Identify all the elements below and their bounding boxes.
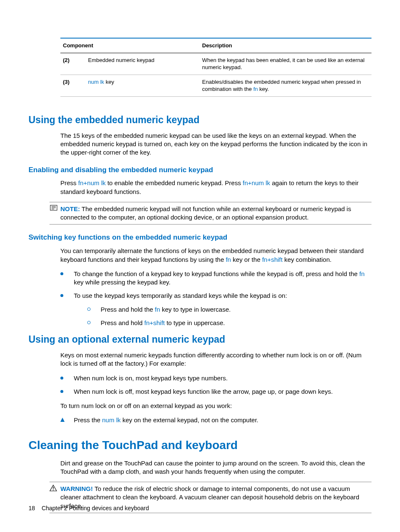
paragraph: The 15 keys of the embedded numeric keyp… bbox=[60, 132, 371, 157]
heading-cleaning: Cleaning the TouchPad and keyboard bbox=[29, 437, 371, 453]
document-page: Component Description (2) Embedded numer… bbox=[0, 0, 400, 532]
row-description: Enables/disables the embedded numeric ke… bbox=[200, 75, 371, 96]
key-fn-shift: fn+shift bbox=[144, 319, 165, 326]
paragraph: You can temporarily alternate the functi… bbox=[60, 247, 371, 264]
row-index: (3) bbox=[60, 75, 86, 96]
paragraph: Press fn+num lk to enable the embedded n… bbox=[60, 179, 371, 196]
note-label: NOTE: bbox=[60, 205, 80, 212]
heading-switching-functions: Switching key functions on the embedded … bbox=[29, 233, 371, 243]
paragraph: Keys on most external numeric keypads fu… bbox=[60, 351, 371, 368]
key-fn-shift: fn+shift bbox=[262, 256, 283, 263]
chapter-title: Chapter 2 Pointing devices and keyboard bbox=[42, 505, 149, 511]
table-row: (2) Embedded numeric keypad When the key… bbox=[60, 53, 371, 75]
note-text: The embedded numeric keypad will not fun… bbox=[60, 205, 351, 221]
key-fn: fn bbox=[359, 270, 365, 277]
th-component: Component bbox=[60, 38, 200, 53]
key-fn: fn bbox=[226, 256, 231, 263]
th-description: Description bbox=[200, 38, 371, 53]
svg-point-6 bbox=[53, 490, 54, 491]
row-component: num lk key bbox=[86, 75, 200, 96]
list-item: When num lock is off, most keypad keys f… bbox=[60, 387, 371, 396]
key-fn-numlk: fn+num lk bbox=[243, 179, 270, 186]
triangle-bullet-list: Press the num lk key on the external key… bbox=[60, 416, 371, 424]
component-table: Component Description (2) Embedded numer… bbox=[60, 38, 371, 97]
bullet-list: When num lock is on, most keypad keys ty… bbox=[60, 374, 371, 396]
list-item: Press the num lk key on the external key… bbox=[60, 416, 371, 424]
warning-icon bbox=[49, 485, 60, 491]
heading-external-keypad: Using an optional external numeric keypa… bbox=[29, 333, 371, 346]
note-icon bbox=[49, 205, 58, 214]
list-item: Press and hold fn+shift to type in upper… bbox=[87, 319, 371, 327]
page-number: 18 bbox=[29, 505, 35, 511]
key-numlk: num lk bbox=[102, 416, 121, 424]
row-component: Embedded numeric keypad bbox=[86, 53, 200, 75]
key-fn-numlk: fn+num lk bbox=[78, 179, 106, 186]
paragraph: To turn num lock on or off on an externa… bbox=[60, 402, 371, 410]
list-item: When num lock is on, most keypad keys ty… bbox=[60, 374, 371, 382]
note-callout: NOTE: The embedded numeric keypad will n… bbox=[49, 202, 371, 225]
page-footer: 18 Chapter 2 Pointing devices and keyboa… bbox=[29, 504, 149, 512]
bullet-list: To change the function of a keypad key t… bbox=[60, 270, 371, 327]
list-item: Press and hold the fn key to type in low… bbox=[87, 305, 371, 314]
heading-using-embedded-keypad: Using the embedded numeric keypad bbox=[29, 114, 371, 127]
row-index: (2) bbox=[60, 53, 86, 75]
paragraph: Dirt and grease on the TouchPad can caus… bbox=[60, 459, 371, 476]
list-item: To change the function of a keypad key t… bbox=[60, 270, 371, 287]
row-description: When the keypad has been enabled, it can… bbox=[200, 53, 371, 75]
heading-enabling-disabling: Enabling and disabling the embedded nume… bbox=[29, 165, 371, 175]
sub-bullet-list: Press and hold the fn key to type in low… bbox=[87, 305, 371, 328]
warning-label: WARNING! bbox=[60, 485, 93, 492]
table-row: (3) num lk key Enables/disables the embe… bbox=[60, 75, 371, 96]
key-fn: fn bbox=[155, 306, 160, 313]
list-item: To use the keypad keys temporarily as st… bbox=[60, 292, 371, 327]
